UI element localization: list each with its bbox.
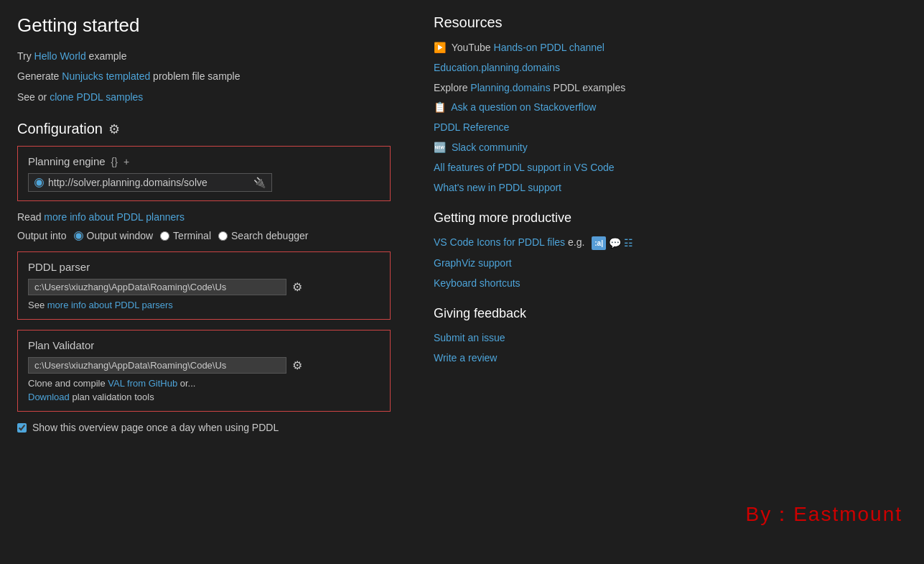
vs-code-icons-link[interactable]: VS Code Icons for PDDL files xyxy=(434,236,565,248)
stackoverflow-link[interactable]: Ask a question on Stackoverflow xyxy=(451,101,596,113)
validator-path-row: c:\Users\xiuzhang\AppData\Roaming\Code\U… xyxy=(28,357,380,374)
education-planning-link[interactable]: Education.planning.domains xyxy=(434,62,560,73)
parser-gear-btn[interactable]: ⚙ xyxy=(292,280,302,294)
download-link[interactable]: Download xyxy=(28,392,70,402)
validator-gear-btn[interactable]: ⚙ xyxy=(292,359,302,372)
pddl-parser-title-row: PDDL parser xyxy=(28,261,380,273)
youtube-icon: ▶️ xyxy=(434,42,446,53)
right-panel: Resources ▶️ YouTube Hands-on PDDL chann… xyxy=(419,14,907,550)
search-debugger-label[interactable]: Search debugger xyxy=(218,230,308,241)
terminal-text: Terminal xyxy=(173,230,211,241)
all-features-link[interactable]: All features of PDDL support in VS Code xyxy=(434,162,615,173)
eg-text: e.g. xyxy=(568,236,587,248)
submit-issue-row: Submit an issue xyxy=(434,330,907,347)
read-more-row: Read more info about PDDL planners xyxy=(17,211,391,223)
submit-issue-link[interactable]: Submit an issue xyxy=(434,332,505,343)
planning-domains-link[interactable]: Planning.domains xyxy=(470,82,550,93)
show-overview-checkbox[interactable] xyxy=(17,423,27,433)
output-into-row: Output into Output window Terminal Searc… xyxy=(17,230,391,241)
whats-new-link[interactable]: What's new in PDDL support xyxy=(434,182,561,193)
plug-icon: 🔌 xyxy=(253,177,266,188)
vs-code-icons-row: VS Code Icons for PDDL files e.g. :a| 💬 … xyxy=(434,234,907,251)
output-window-radio[interactable] xyxy=(74,231,83,241)
see-parser-text: See xyxy=(28,300,47,310)
see-clone-row: See or clone PDDL samples xyxy=(17,89,391,105)
explore-row: Explore Planning.domains PDDL examples xyxy=(434,80,907,97)
clone-compile-text: Clone and compile xyxy=(28,378,108,389)
show-overview-label: Show this overview page once a day when … xyxy=(32,422,279,433)
generate-text: Generate xyxy=(17,70,62,82)
whats-new-row: What's new in PDDL support xyxy=(434,180,907,197)
write-review-row: Write a review xyxy=(434,350,907,367)
plan-validator-section: Plan Validator c:\Users\xiuzhang\AppData… xyxy=(17,330,391,412)
planning-engine-section: Planning engine {} + http://solver.plann… xyxy=(17,146,391,201)
more-info-parsers-link[interactable]: more info about PDDL parsers xyxy=(47,300,173,310)
solver-url-text: http://solver.planning.domains/solve xyxy=(48,177,207,188)
example-text: example xyxy=(86,50,127,62)
problem-file-text: problem file sample xyxy=(150,70,240,82)
keyboard-shortcuts-row: Keyboard shortcuts xyxy=(434,275,907,292)
write-review-link[interactable]: Write a review xyxy=(434,352,497,364)
terminal-radio[interactable] xyxy=(160,231,169,241)
see-more-parsers-row: See more info about PDDL parsers xyxy=(28,300,380,310)
pddl-reference-link[interactable]: PDDL Reference xyxy=(434,121,509,133)
nunjucks-link[interactable]: Nunjucks templated xyxy=(62,70,150,82)
stackoverflow-row: 📋 Ask a question on Stackoverflow xyxy=(434,99,907,116)
graphviz-row: GraphViz support xyxy=(434,255,907,272)
pddl-examples-text: PDDL examples xyxy=(551,82,626,93)
explore-text: Explore xyxy=(434,82,470,93)
chat-icon-example: 💬 xyxy=(609,235,621,252)
plan-validator-label: Plan Validator xyxy=(28,339,94,351)
pddl-parser-section: PDDL parser c:\Users\xiuzhang\AppData\Ro… xyxy=(17,251,391,320)
or-text: or xyxy=(35,91,50,103)
clone-compile-row: Clone and compile VAL from GitHub or... xyxy=(28,378,380,389)
watermark-text: By：Eastmount xyxy=(745,501,902,528)
list-icon-example: ☷ xyxy=(624,235,633,252)
productive-section: Getting more productive VS Code Icons fo… xyxy=(434,211,907,292)
planning-engine-label: Planning engine xyxy=(28,155,106,167)
code-icon-btn[interactable]: {} xyxy=(111,156,118,167)
planning-engine-title-row: Planning engine {} + xyxy=(28,155,380,167)
hello-world-link[interactable]: Hello World xyxy=(34,50,86,62)
slack-row: 🆕 Slack community xyxy=(434,139,907,157)
slack-community-link[interactable]: Slack community xyxy=(452,142,528,153)
val-from-github-link[interactable]: VAL from GitHub xyxy=(108,378,177,389)
config-title: Configuration xyxy=(17,121,103,137)
or-compile-text: or... xyxy=(177,378,195,389)
productive-title: Getting more productive xyxy=(434,211,907,226)
resources-section: Resources ▶️ YouTube Hands-on PDDL chann… xyxy=(434,14,907,196)
pddl-reference-row: PDDL Reference xyxy=(434,119,907,137)
search-debugger-text: Search debugger xyxy=(231,230,308,241)
terminal-label[interactable]: Terminal xyxy=(160,230,211,241)
education-row: Education.planning.domains xyxy=(434,60,907,77)
youtube-channel-link[interactable]: Hands-on PDDL channel xyxy=(494,42,605,53)
parser-path-row: c:\Users\xiuzhang\AppData\Roaming\Code\U… xyxy=(28,279,380,295)
output-window-text: Output window xyxy=(87,230,154,241)
download-row: Download plan validation tools xyxy=(28,392,380,402)
keyboard-shortcuts-link[interactable]: Keyboard shortcuts xyxy=(434,277,521,289)
youtube-row: ▶️ YouTube Hands-on PDDL channel xyxy=(434,40,907,57)
resources-title: Resources xyxy=(434,14,907,31)
more-info-planners-link[interactable]: more info about PDDL planners xyxy=(44,211,185,223)
feedback-section: Giving feedback Submit an issue Write a … xyxy=(434,306,907,367)
add-engine-btn[interactable]: + xyxy=(123,156,129,167)
getting-started-title: Getting started xyxy=(17,14,391,37)
all-features-row: All features of PDDL support in VS Code xyxy=(434,160,907,177)
pddl-parser-label: PDDL parser xyxy=(28,261,90,273)
youtube-text: YouTube xyxy=(452,42,494,53)
clone-pddl-link[interactable]: clone PDDL samples xyxy=(50,91,143,103)
graphviz-support-link[interactable]: GraphViz support xyxy=(434,257,512,269)
plan-validator-title-row: Plan Validator xyxy=(28,339,380,351)
generate-row: Generate Nunjucks templated problem file… xyxy=(17,68,391,84)
left-panel: Getting started Try Hello World example … xyxy=(17,14,391,550)
output-window-label[interactable]: Output window xyxy=(74,230,154,241)
plan-validation-text: plan validation tools xyxy=(70,392,154,402)
validator-path-input[interactable]: c:\Users\xiuzhang\AppData\Roaming\Code\U… xyxy=(28,357,286,374)
config-header: Configuration ⚙ xyxy=(17,121,391,137)
config-gear-icon[interactable]: ⚙ xyxy=(108,121,120,137)
solver-radio[interactable] xyxy=(34,178,44,188)
parser-path-input[interactable]: c:\Users\xiuzhang\AppData\Roaming\Code\U… xyxy=(28,279,286,295)
try-text: Try xyxy=(17,50,34,62)
show-overview-row: Show this overview page once a day when … xyxy=(17,422,391,433)
search-debugger-radio[interactable] xyxy=(218,231,228,241)
